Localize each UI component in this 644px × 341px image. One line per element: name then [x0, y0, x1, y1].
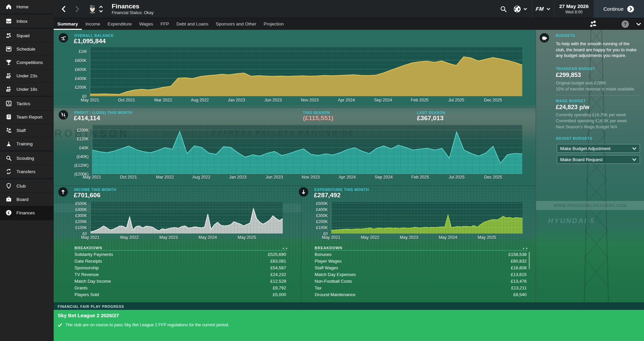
- tab-projection[interactable]: Projection: [260, 18, 287, 30]
- time-text: Wed 8:00: [554, 10, 594, 14]
- sort-arrows-icon[interactable]: ▲▲: [282, 247, 288, 250]
- home-icon: [5, 3, 12, 10]
- y-axis-label: £300K: [63, 213, 87, 218]
- profit-loss-chart: [92, 125, 522, 174]
- staff-advice-button[interactable]: [588, 18, 600, 30]
- page-title: Finances: [112, 3, 154, 10]
- inbox-icon: [5, 18, 12, 24]
- breakdown-row: Grants£9,792: [74, 284, 286, 291]
- sidebar-item-label: Schedule: [16, 47, 35, 52]
- breakdown-row: Bonuses£158,538: [315, 251, 527, 258]
- sidebar-item-label: Squad: [16, 33, 30, 38]
- y-axis-label: £400K: [63, 76, 87, 81]
- y-axis-label: £800K: [63, 58, 87, 63]
- x-axis-label: Apr 2024: [339, 175, 356, 180]
- y-axis-label: (£40K): [65, 154, 89, 159]
- make-budget-adjustment-dropdown[interactable]: Make Budget Adjustment: [557, 144, 640, 153]
- expenditure-breakdown-header: BREAKDOWN: [315, 246, 342, 250]
- sidebar-item-scouting[interactable]: Scouting: [0, 151, 54, 165]
- y-axis-label: £100K: [63, 225, 87, 230]
- sidebar-item-label: Team Report: [16, 115, 42, 120]
- income-arrow-up-icon: [58, 187, 68, 197]
- column-divider: [301, 185, 301, 302]
- sidebar-item-club[interactable]: Club: [0, 179, 54, 193]
- continue-label: Continue: [603, 6, 624, 12]
- sidebar-item-competitions[interactable]: Competitions: [0, 56, 54, 69]
- club-selector[interactable]: [89, 4, 103, 14]
- x-axis-label: Sep 2024: [374, 98, 392, 103]
- sidebar-item-training[interactable]: Training: [0, 137, 54, 150]
- breakdown-row: TV Revenue£24,232: [74, 271, 286, 278]
- transfer-budget-label: TRANSFER BUDGET: [556, 67, 595, 71]
- club-crest: [89, 4, 96, 14]
- sidebar-item-label: Staff: [16, 128, 26, 133]
- x-axis-label: Oct 2021: [120, 175, 137, 180]
- fm-menu-button[interactable]: FM: [532, 0, 554, 18]
- sidebar-item-finances[interactable]: £ Finances: [0, 206, 54, 219]
- balance-value: £1,095,844: [74, 38, 106, 45]
- income-breakdown-header: BREAKDOWN: [74, 246, 102, 250]
- sidebar-item-label: Competitions: [16, 60, 43, 65]
- x-axis-label: May 2023: [159, 235, 178, 240]
- y-axis-label: £100K: [304, 225, 328, 230]
- sidebar-item-transfers[interactable]: Transfers: [0, 165, 54, 178]
- sidebar-item-home[interactable]: Home: [0, 0, 54, 13]
- tab-income[interactable]: Income: [82, 18, 104, 30]
- help-button[interactable]: ?: [620, 18, 631, 30]
- x-axis-label: Jul 2025: [448, 98, 464, 103]
- sidebar-item-tactics[interactable]: Tactics: [0, 97, 54, 110]
- y-axis-label: £600K: [63, 67, 87, 72]
- panel-collapse-button[interactable]: [633, 18, 644, 30]
- x-axis-label: May 2021: [322, 235, 340, 240]
- sidebar-item-inbox[interactable]: Inbox: [0, 14, 54, 28]
- sidebar-item-under-23s[interactable]: U23 Under 23s: [0, 69, 54, 82]
- continue-button[interactable]: Continue: [594, 0, 644, 18]
- sidebar-item-label: Inbox: [16, 19, 28, 24]
- under-18-icon: U18: [5, 86, 12, 92]
- tab-debt-and-loans[interactable]: Debt and Loans: [173, 18, 212, 30]
- topbar-right: FM 27 May 2026 Wed 8:00 Continue: [496, 0, 644, 18]
- budgets-panel: WWW.FREEDOMCARAVANS.COM HYUNDAI 5 BUDGET…: [536, 30, 644, 302]
- x-axis-label: Nov 2023: [302, 175, 320, 180]
- floodlight-pylon: [576, 30, 616, 302]
- x-axis-label: Aug 2022: [191, 98, 209, 103]
- search-button[interactable]: [496, 0, 511, 18]
- sidebar-item-squad[interactable]: Squad: [0, 29, 54, 42]
- sidebar-group: Squad Schedule Competitions U23 Under 23…: [0, 29, 54, 97]
- ffp-status-text: The club are on course to pass Sky Bet L…: [65, 323, 229, 327]
- sidebar-item-board[interactable]: Board: [0, 193, 54, 206]
- chevron-down-icon: [546, 8, 550, 10]
- sidebar-item-label: Tactics: [16, 101, 30, 106]
- svg-text:?: ?: [624, 21, 627, 27]
- tab-ffp[interactable]: FFP: [157, 18, 173, 30]
- sidebar-item-team-report[interactable]: Team Report: [0, 110, 54, 124]
- y-axis-label: £200K: [304, 219, 328, 224]
- sort-arrows-icon[interactable]: ▲▲: [522, 247, 529, 250]
- x-axis-label: Mar 2022: [154, 98, 172, 103]
- breakdown-row: Players Sold£5,000: [74, 291, 286, 298]
- pitchside-ad: HYUNDAI 5: [548, 217, 595, 225]
- world-menu-button[interactable]: [511, 0, 530, 18]
- sidebar-group: Scouting Transfers: [0, 151, 54, 179]
- tab-expenditure[interactable]: Expenditure: [104, 18, 136, 30]
- tab-summary[interactable]: Summary: [54, 18, 82, 30]
- breakdown-row: Gate Receipts£63,081: [74, 258, 286, 264]
- ffp-title: Sky Bet League 2 2026/27: [58, 313, 644, 318]
- sidebar-item-staff[interactable]: Staff: [0, 124, 54, 137]
- x-axis-label: May 2021: [81, 98, 99, 103]
- forward-button[interactable]: [70, 0, 85, 18]
- scouting-icon: [5, 155, 12, 161]
- budgets-intro: To help with the smooth running of the c…: [556, 41, 638, 59]
- sidebar-item-label: Board: [16, 197, 29, 202]
- y-axis-label: £1M: [63, 49, 87, 54]
- sidebar-item-under-18s[interactable]: U18 Under 18s: [0, 82, 54, 96]
- chevron-down-icon: [632, 147, 637, 150]
- tab-sponsors-and-other[interactable]: Sponsors and Other: [212, 18, 260, 30]
- back-button[interactable]: [56, 0, 70, 18]
- make-board-request-dropdown[interactable]: Make Board Request: [557, 155, 640, 164]
- tab-wages[interactable]: Wages: [136, 18, 157, 30]
- sidebar-item-label: Home: [16, 4, 29, 9]
- scrollbar-thumb[interactable]: [529, 252, 530, 269]
- sidebar-item-schedule[interactable]: Schedule: [0, 42, 54, 56]
- x-axis-label: May 2021: [81, 235, 100, 240]
